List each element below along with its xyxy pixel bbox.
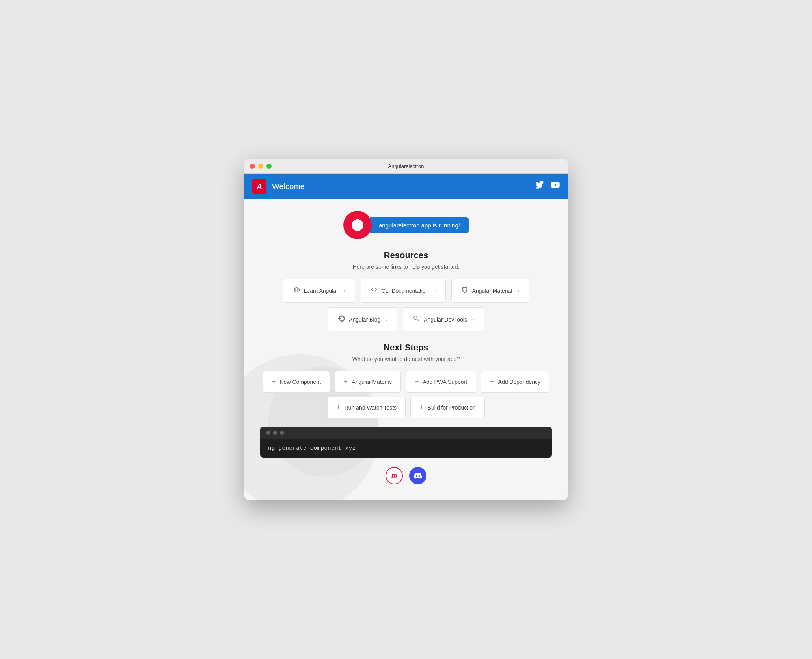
devtools-icon <box>413 315 420 324</box>
angular-logo: A <box>252 179 266 194</box>
term-dot3 <box>280 431 284 435</box>
cli-docs-link[interactable]: CLI Documentation › <box>361 279 446 303</box>
angular-devtools-label: Angular DevTools <box>424 316 467 323</box>
rocket-icon <box>343 211 372 239</box>
traffic-lights <box>250 164 272 169</box>
footer-icons: m <box>260 467 552 484</box>
term-dot1 <box>266 431 270 435</box>
title-bar: Angularelectron <box>244 159 568 174</box>
new-component-button[interactable]: + New Component <box>263 371 330 393</box>
terminal-code: ng generate component xyz <box>260 439 552 458</box>
cli-docs-label: CLI Documentation <box>382 288 429 294</box>
resource-links-row2: Angular Blog › Angular DevTools › <box>260 307 552 331</box>
term-dot2 <box>273 431 277 435</box>
plus-icon5: + <box>336 403 341 411</box>
build-production-button[interactable]: + Build for Production <box>410 397 485 418</box>
main-content: angularelectron app is running! Resource… <box>244 199 568 500</box>
devtools-arrow: › <box>473 317 474 322</box>
minimize-button[interactable] <box>258 164 263 169</box>
learn-angular-label: Learn Angular <box>304 288 338 294</box>
header-left: A Welcome <box>252 179 305 194</box>
blog-icon <box>338 315 345 324</box>
next-steps-row2: + Run and Watch Tests + Build for Produc… <box>260 397 552 418</box>
material-arrow: › <box>518 288 519 294</box>
plus-icon: + <box>272 378 276 386</box>
terminal: ng generate component xyz <box>260 427 552 458</box>
meetup-button[interactable]: m <box>386 467 403 484</box>
next-steps-title: Next Steps <box>260 343 552 353</box>
learn-arrow: › <box>344 288 345 294</box>
angular-blog-link[interactable]: Angular Blog › <box>328 307 397 331</box>
next-steps-row1: + New Component + Angular Material + Add… <box>260 371 552 393</box>
run-tests-button[interactable]: + Run and Watch Tests <box>327 397 406 418</box>
header-title: Welcome <box>272 182 305 191</box>
running-banner: angularelectron app is running! <box>260 211 552 239</box>
learn-icon <box>293 286 300 295</box>
cli-icon <box>371 286 378 295</box>
angular-material-button[interactable]: + Angular Material <box>335 371 401 393</box>
angular-material-link[interactable]: Angular Material › <box>451 279 529 303</box>
add-dependency-button[interactable]: + Add Dependency <box>481 371 549 393</box>
meetup-icon: m <box>391 472 397 479</box>
maximize-button[interactable] <box>266 164 272 169</box>
resources-title: Resources <box>260 250 552 261</box>
new-component-label: New Component <box>280 379 321 385</box>
angular-material-step-label: Angular Material <box>352 379 392 385</box>
next-steps-subtitle: What do you want to do next with your ap… <box>260 356 552 362</box>
plus-icon4: + <box>490 378 494 386</box>
angular-material-label: Angular Material <box>472 288 512 294</box>
plus-icon2: + <box>344 378 348 386</box>
content-inner: angularelectron app is running! Resource… <box>260 211 552 484</box>
next-steps-section: Next Steps What do you want to do next w… <box>260 343 552 418</box>
add-dependency-label: Add Dependency <box>498 379 540 385</box>
close-button[interactable] <box>250 164 255 169</box>
terminal-bar <box>260 427 552 439</box>
twitter-icon[interactable] <box>535 181 544 192</box>
resources-subtitle: Here are some links to help you get star… <box>260 264 552 270</box>
run-tests-label: Run and Watch Tests <box>345 404 397 411</box>
add-pwa-button[interactable]: + Add PWA Support <box>406 371 476 393</box>
angular-blog-label: Angular Blog <box>349 316 380 323</box>
app-window: Angularelectron A Welcome <box>244 159 568 500</box>
angular-devtools-link[interactable]: Angular DevTools › <box>403 307 484 331</box>
resources-section: Resources Here are some links to help yo… <box>260 250 552 331</box>
material-icon <box>461 286 468 295</box>
add-pwa-label: Add PWA Support <box>423 379 467 385</box>
discord-button[interactable] <box>409 467 426 484</box>
header-icons <box>535 181 560 192</box>
window-title: Angularelectron <box>388 163 424 169</box>
blog-arrow: › <box>386 317 387 322</box>
youtube-icon[interactable] <box>551 181 560 192</box>
plus-icon6: + <box>419 403 424 411</box>
resource-links-row1: Learn Angular › CLI Documentation › <box>260 279 552 303</box>
running-text: angularelectron app is running! <box>370 217 469 233</box>
build-production-label: Build for Production <box>428 404 476 411</box>
cli-arrow: › <box>434 288 436 294</box>
app-header: A Welcome <box>244 174 568 199</box>
discord-icon <box>414 472 422 480</box>
plus-icon3: + <box>415 378 419 386</box>
learn-angular-link[interactable]: Learn Angular › <box>283 279 355 303</box>
